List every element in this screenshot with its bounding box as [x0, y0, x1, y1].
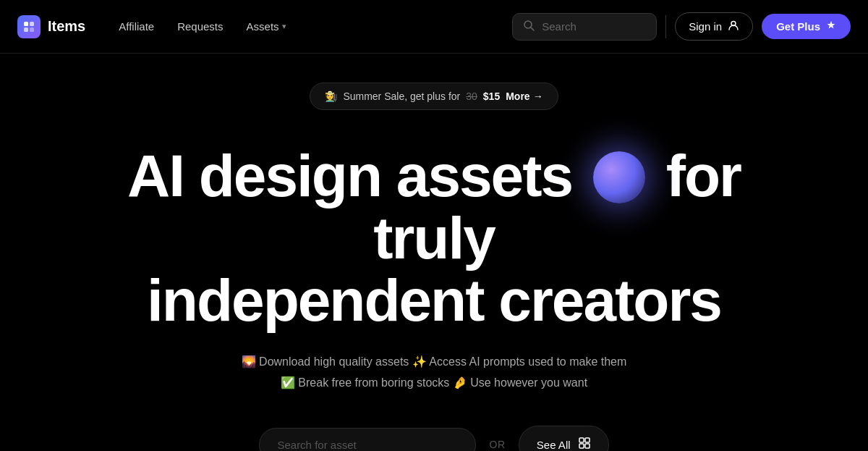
- sign-in-button[interactable]: Sign in: [675, 12, 753, 41]
- user-icon: [728, 20, 739, 33]
- nav-link-affiliate[interactable]: Affiliate: [109, 14, 164, 38]
- svg-rect-1: [30, 22, 34, 26]
- svg-rect-7: [579, 438, 584, 442]
- promo-new-price: $15: [483, 90, 500, 102]
- nav-search-input[interactable]: [542, 20, 646, 33]
- promo-text: Summer Sale, get plus for: [343, 90, 460, 102]
- or-label: OR: [489, 439, 505, 450]
- search-icon: [523, 20, 535, 34]
- svg-rect-3: [30, 28, 34, 32]
- nav-search-box[interactable]: [512, 13, 657, 41]
- nav-search-area: Sign in Get Plus: [512, 12, 851, 41]
- get-plus-button[interactable]: Get Plus: [762, 14, 851, 39]
- hero-title: AI design assets for truly independent c…: [109, 145, 760, 332]
- hero-section: 🧑‍🌾 Summer Sale, get plus for 30 $15 Mor…: [0, 54, 868, 451]
- svg-line-5: [531, 28, 534, 30]
- svg-rect-10: [585, 444, 590, 448]
- nav-link-assets[interactable]: Assets ▾: [237, 14, 297, 38]
- hero-subtitle: 🌄 Download high quality assets ✨ Access …: [242, 352, 627, 394]
- hero-subtitle-line2: ✅ Break free from boring stocks 🤌 Use ho…: [242, 373, 627, 394]
- nav-link-requests[interactable]: Requests: [167, 14, 233, 38]
- logo-icon: [17, 15, 41, 38]
- promo-old-price: 30: [466, 90, 477, 102]
- grid-icon: [578, 437, 591, 451]
- navbar: Items Affiliate Requests Assets ▾ Sign i…: [0, 0, 868, 54]
- hero-title-part3: independent creators: [147, 267, 721, 333]
- promo-banner[interactable]: 🧑‍🌾 Summer Sale, get plus for 30 $15 Mor…: [310, 83, 558, 110]
- see-all-button[interactable]: See All: [519, 426, 609, 451]
- nav-divider: [665, 15, 666, 38]
- plus-star-icon: [826, 20, 836, 33]
- logo[interactable]: Items: [17, 15, 85, 38]
- chevron-down-icon: ▾: [282, 22, 286, 31]
- hero-title-part1: AI design assets: [127, 143, 572, 208]
- svg-rect-9: [579, 444, 584, 448]
- logo-text: Items: [48, 18, 85, 35]
- promo-more-link[interactable]: More →: [506, 90, 542, 102]
- promo-emoji: 🧑‍🌾: [325, 90, 337, 102]
- hero-search-box[interactable]: [259, 428, 476, 451]
- hero-search-row: OR See All: [259, 426, 608, 451]
- svg-rect-2: [24, 28, 28, 32]
- nav-links: Affiliate Requests Assets ▾: [109, 14, 296, 38]
- svg-rect-0: [24, 22, 28, 26]
- hero-orb: [593, 151, 645, 203]
- hero-search-input[interactable]: [277, 439, 458, 451]
- hero-subtitle-line1: 🌄 Download high quality assets ✨ Access …: [242, 352, 627, 373]
- svg-rect-8: [585, 438, 590, 442]
